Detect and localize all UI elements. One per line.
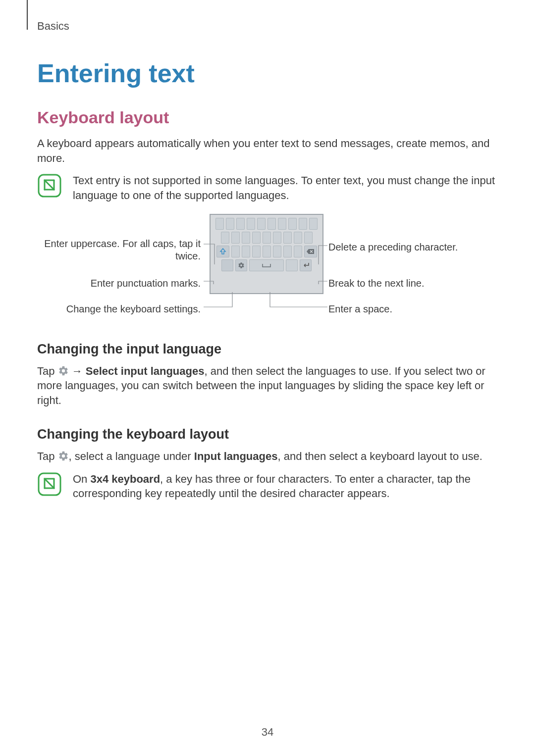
bold-input-languages: Input languages bbox=[194, 450, 278, 462]
heading-changing-input-language: Changing the input language bbox=[37, 342, 498, 357]
shift-key-icon bbox=[216, 246, 229, 257]
text-frag: , select a language under bbox=[69, 450, 194, 462]
note-unsupported-languages: Text entry is not supported in some lang… bbox=[37, 173, 498, 202]
gear-icon bbox=[58, 365, 69, 376]
text-frag: Tap bbox=[37, 450, 58, 462]
page-title: Entering text bbox=[37, 58, 498, 88]
intro-paragraph: A keyboard appears automatically when yo… bbox=[37, 136, 498, 165]
text-frag: , and then select a keyboard layout to u… bbox=[277, 450, 482, 462]
para-changing-keyboard-layout: Tap , select a language under Input lang… bbox=[37, 449, 498, 464]
para-changing-input-language: Tap → Select input languages, and then s… bbox=[37, 364, 498, 408]
enter-key-icon bbox=[300, 259, 312, 271]
space-key-icon bbox=[249, 259, 284, 271]
callout-nextline: Break to the next line. bbox=[328, 277, 487, 290]
page-number: 34 bbox=[0, 726, 535, 739]
callout-settings: Change the keyboard settings. bbox=[37, 303, 201, 315]
callout-space: Enter a space. bbox=[328, 303, 487, 315]
gear-icon bbox=[58, 451, 69, 461]
breadcrumb: Basics bbox=[37, 20, 498, 33]
callout-punctuation: Enter punctuation marks. bbox=[37, 277, 201, 290]
backspace-key-icon bbox=[304, 246, 317, 257]
note-text: On 3x4 keyboard, a key has three or four… bbox=[73, 472, 498, 501]
note-icon bbox=[37, 472, 62, 497]
svg-line-5 bbox=[45, 479, 54, 488]
callout-delete: Delete a preceding character. bbox=[328, 241, 487, 253]
side-rule bbox=[27, 0, 28, 30]
heading-changing-keyboard-layout: Changing the keyboard layout bbox=[37, 427, 498, 442]
svg-line-1 bbox=[45, 180, 54, 190]
keyboard-illustration bbox=[210, 214, 323, 294]
callout-uppercase: Enter uppercase. For all caps, tap it tw… bbox=[37, 238, 201, 262]
bold-select-input-languages: Select input languages bbox=[86, 365, 205, 377]
section-heading-keyboard-layout: Keyboard layout bbox=[37, 108, 498, 127]
settings-key-icon bbox=[235, 259, 247, 271]
note-3x4-keyboard: On 3x4 keyboard, a key has three or four… bbox=[37, 472, 498, 501]
arrow-icon: → bbox=[72, 365, 86, 377]
note-text: Text entry is not supported in some lang… bbox=[73, 173, 498, 202]
bold-3x4-keyboard: 3x4 keyboard bbox=[90, 473, 160, 485]
text-frag: On bbox=[73, 473, 90, 485]
text-frag: Tap bbox=[37, 365, 58, 377]
keyboard-diagram: Enter uppercase. For all caps, tap it tw… bbox=[37, 214, 498, 323]
note-icon bbox=[37, 173, 62, 198]
